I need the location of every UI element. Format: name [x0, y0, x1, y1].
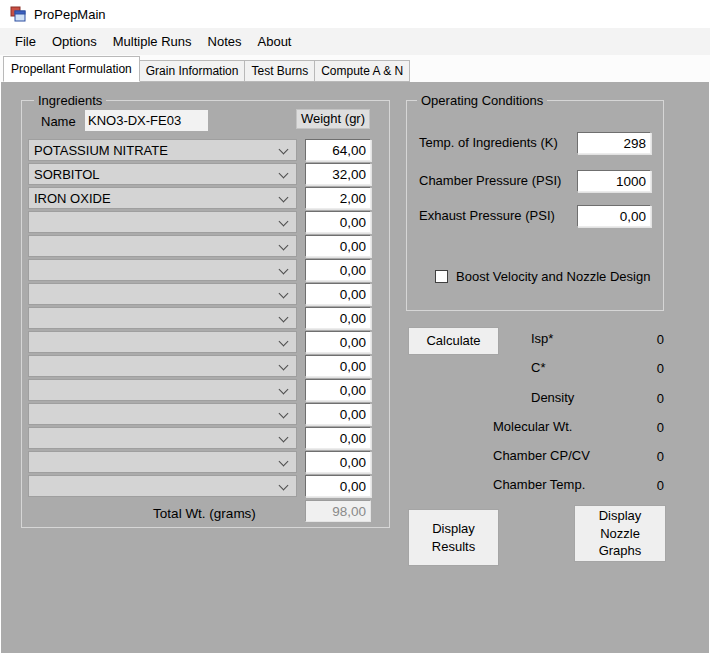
- menu-item[interactable]: About: [250, 30, 300, 53]
- ingredient-combobox[interactable]: [28, 475, 297, 497]
- ingredient-row: [28, 475, 377, 497]
- boost-velocity-label: Boost Velocity and Nozzle Design: [456, 269, 650, 284]
- chevron-down-icon: [279, 362, 287, 370]
- operating-field-row: Chamber Pressure (PSI): [419, 170, 651, 192]
- weight-input[interactable]: [305, 211, 371, 233]
- weight-input[interactable]: [305, 331, 371, 353]
- title-bar: ProPepMain: [0, 0, 710, 28]
- menu-item[interactable]: Options: [44, 30, 105, 53]
- result-row: Chamber Temp. 0: [408, 477, 664, 497]
- weight-input[interactable]: [305, 283, 371, 305]
- result-label: Chamber Temp.: [493, 477, 585, 492]
- operating-field-input[interactable]: [577, 132, 651, 154]
- weight-input[interactable]: [305, 379, 371, 401]
- weight-input[interactable]: [305, 427, 371, 449]
- ingredient-combobox[interactable]: [28, 403, 297, 425]
- operating-field-label: Exhaust Pressure (PSI): [419, 208, 555, 223]
- chevron-down-icon: [279, 386, 287, 394]
- result-label: Molecular Wt.: [493, 419, 572, 434]
- ingredient-combobox[interactable]: [28, 211, 297, 233]
- result-row: Density 0: [408, 390, 664, 410]
- weight-input[interactable]: [305, 235, 371, 257]
- menu-item[interactable]: Notes: [200, 30, 250, 53]
- result-value: 0: [657, 449, 664, 464]
- formulation-name-input[interactable]: [85, 110, 208, 131]
- ingredient-combobox[interactable]: [28, 235, 297, 257]
- ingredient-combobox[interactable]: IRON OXIDE: [28, 187, 297, 209]
- ingredient-combobox[interactable]: [28, 427, 297, 449]
- result-row: Chamber CP/CV 0: [408, 448, 664, 468]
- app-form-icon: [10, 6, 26, 22]
- boost-velocity-checkbox-row[interactable]: Boost Velocity and Nozzle Design: [435, 269, 650, 284]
- weight-input[interactable]: [305, 163, 371, 185]
- operating-field-label: Temp. of Ingredients (K): [419, 135, 558, 150]
- tab-strip: Propellant Formulation Grain Information…: [0, 55, 710, 82]
- result-row: Isp* 0: [408, 331, 664, 351]
- weight-input[interactable]: [305, 139, 371, 161]
- tab[interactable]: Grain Information: [139, 60, 246, 82]
- results-panel: Isp* 0 C* 0 Density 0 Molecular Wt. 0: [408, 331, 664, 507]
- propellant-formulation-page: Ingredients Name Weight (gr) POTASSIUM N…: [1, 82, 709, 653]
- operating-field-row: Temp. of Ingredients (K): [419, 132, 651, 154]
- ingredient-row: [28, 283, 377, 305]
- ingredients-legend: Ingredients: [34, 93, 106, 108]
- ingredient-row: [28, 259, 377, 281]
- result-value: 0: [657, 391, 664, 406]
- result-label: C*: [531, 360, 545, 375]
- ingredient-row: [28, 403, 377, 425]
- chevron-down-icon: [279, 482, 287, 490]
- ingredient-combobox[interactable]: [28, 331, 297, 353]
- result-label: Density: [531, 390, 574, 405]
- result-value: 0: [657, 332, 664, 347]
- chevron-down-icon: [279, 458, 287, 466]
- result-label: Isp*: [531, 331, 553, 346]
- weight-input[interactable]: [305, 355, 371, 377]
- display-results-button[interactable]: Display Results: [408, 509, 499, 566]
- chevron-down-icon: [279, 314, 287, 322]
- weight-input[interactable]: [305, 307, 371, 329]
- ingredient-row: [28, 211, 377, 233]
- chevron-down-icon: [279, 434, 287, 442]
- name-label: Name: [41, 114, 76, 129]
- result-row: C* 0: [408, 360, 664, 380]
- tab[interactable]: Compute A & N: [314, 60, 410, 82]
- weight-input[interactable]: [305, 475, 371, 497]
- result-value: 0: [657, 478, 664, 493]
- ingredient-combobox[interactable]: POTASSIUM NITRATE: [28, 139, 297, 161]
- operating-field-input[interactable]: [577, 170, 651, 192]
- tab[interactable]: Propellant Formulation: [3, 56, 140, 82]
- operating-field-input[interactable]: [577, 205, 651, 227]
- weight-input[interactable]: [305, 187, 371, 209]
- result-label: Chamber CP/CV: [493, 448, 590, 463]
- window-title: ProPepMain: [34, 7, 106, 22]
- ingredient-combobox[interactable]: [28, 355, 297, 377]
- display-nozzle-graphs-button[interactable]: Display Nozzle Graphs: [574, 505, 666, 562]
- chevron-down-icon: [279, 170, 287, 178]
- ingredient-combobox[interactable]: [28, 379, 297, 401]
- result-row: Molecular Wt. 0: [408, 419, 664, 439]
- weight-input[interactable]: [305, 451, 371, 473]
- ingredient-row: [28, 451, 377, 473]
- result-value: 0: [657, 420, 664, 435]
- chevron-down-icon: [279, 242, 287, 250]
- ingredient-combobox[interactable]: [28, 283, 297, 305]
- ingredient-combobox[interactable]: [28, 307, 297, 329]
- ingredient-row: IRON OXIDE: [28, 187, 377, 209]
- ingredient-row: [28, 355, 377, 377]
- menu-item[interactable]: Multiple Runs: [105, 30, 200, 53]
- chevron-down-icon: [279, 410, 287, 418]
- weight-input[interactable]: [305, 259, 371, 281]
- menu-item[interactable]: File: [7, 30, 44, 53]
- chevron-down-icon: [279, 266, 287, 274]
- weight-input[interactable]: [305, 403, 371, 425]
- operating-conditions-legend: Operating Conditions: [417, 93, 547, 108]
- chevron-down-icon: [279, 194, 287, 202]
- chevron-down-icon: [279, 146, 287, 154]
- ingredient-combobox[interactable]: [28, 451, 297, 473]
- boost-velocity-checkbox[interactable]: [435, 270, 448, 283]
- ingredient-combobox[interactable]: [28, 259, 297, 281]
- tab[interactable]: Test Burns: [244, 60, 315, 82]
- operating-field-label: Chamber Pressure (PSI): [419, 173, 561, 188]
- menu-bar: File Options Multiple Runs Notes About: [0, 28, 710, 55]
- ingredient-combobox[interactable]: SORBITOL: [28, 163, 297, 185]
